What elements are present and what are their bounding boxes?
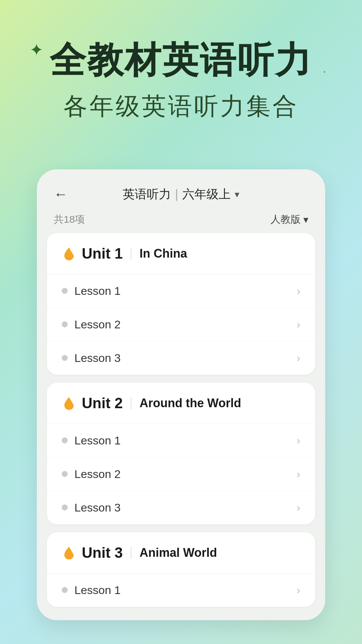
chevron-right-icon: ›: [297, 501, 300, 514]
chevron-right-icon: ›: [297, 434, 300, 447]
phone-container: ← 英语听力 | 六年级上 ▾ 共18项 人教版 ▾ Unit 1In Chin…: [37, 169, 325, 620]
edition-label: 人教版: [270, 213, 301, 226]
unit-name: In China: [139, 247, 187, 261]
lessons-list-unit3: Lesson 1›: [47, 573, 315, 607]
chevron-right-icon: ›: [297, 584, 300, 596]
lesson-left: Lesson 1: [62, 584, 121, 597]
lesson-item[interactable]: Lesson 1›: [47, 574, 315, 607]
lesson-name: Lesson 3: [74, 501, 121, 514]
lesson-left: Lesson 2: [62, 468, 121, 481]
lesson-name: Lesson 1: [74, 284, 121, 298]
phone-header: ← 英语听力 | 六年级上 ▾: [37, 169, 325, 209]
unit-number: Unit 3: [82, 544, 123, 561]
hero-section: ✦ 全教材英语听力 · 各年级英语听力集合: [0, 0, 362, 149]
lesson-item[interactable]: Lesson 3›: [47, 491, 315, 524]
chevron-right-icon: ›: [297, 285, 300, 297]
chevron-right-icon: ›: [297, 352, 300, 364]
unit-divider: [131, 547, 131, 559]
unit-card-unit1: Unit 1In ChinaLesson 1›Lesson 2›Lesson 3…: [47, 233, 315, 375]
lessons-list-unit1: Lesson 1›Lesson 2›Lesson 3›: [47, 274, 315, 375]
lesson-item[interactable]: Lesson 2›: [47, 458, 315, 491]
lesson-item[interactable]: Lesson 2›: [47, 308, 315, 341]
unit-icon: [62, 246, 76, 261]
lesson-dot-icon: [62, 437, 68, 443]
lesson-dot-icon: [62, 355, 68, 361]
grade-dropdown-icon[interactable]: ▾: [235, 189, 239, 200]
lesson-left: Lesson 1: [62, 434, 121, 447]
lesson-dot-icon: [62, 471, 68, 477]
header-separator: |: [175, 187, 178, 201]
edition-arrow-icon: ▾: [303, 214, 308, 225]
lesson-left: Lesson 1: [62, 284, 121, 298]
lesson-dot-icon: [62, 321, 68, 327]
unit-card-unit2: Unit 2Around the WorldLesson 1›Lesson 2›…: [47, 383, 315, 524]
lesson-name: Lesson 3: [74, 352, 121, 365]
chevron-right-icon: ›: [297, 318, 300, 331]
lesson-name: Lesson 2: [74, 318, 121, 331]
hero-subtitle: 各年级英语听力集合: [27, 90, 335, 122]
lesson-dot-icon: [62, 288, 68, 294]
lesson-name: Lesson 2: [74, 468, 121, 481]
lessons-list-unit2: Lesson 1›Lesson 2›Lesson 3›: [47, 424, 315, 524]
unit-number: Unit 1: [82, 245, 123, 262]
unit-number: Unit 2: [82, 395, 123, 412]
edition-selector[interactable]: 人教版 ▾: [270, 213, 308, 226]
unit-name: Animal World: [139, 546, 217, 560]
lesson-name: Lesson 1: [74, 584, 121, 597]
unit-card-unit3: Unit 3Animal WorldLesson 1›: [47, 532, 315, 607]
lesson-name: Lesson 1: [74, 434, 121, 447]
lesson-item[interactable]: Lesson 1›: [47, 274, 315, 308]
lesson-item[interactable]: Lesson 3›: [47, 341, 315, 375]
units-list: Unit 1In ChinaLesson 1›Lesson 2›Lesson 3…: [37, 233, 325, 607]
unit-divider: [131, 248, 131, 260]
unit-header-unit2[interactable]: Unit 2Around the World: [47, 383, 315, 424]
lesson-left: Lesson 3: [62, 352, 121, 365]
lesson-left: Lesson 2: [62, 318, 121, 331]
header-subject: 英语听力: [123, 186, 171, 203]
list-meta: 共18项 人教版 ▾: [37, 209, 325, 233]
lesson-item[interactable]: Lesson 1›: [47, 424, 315, 458]
list-count: 共18项: [54, 213, 85, 226]
chevron-right-icon: ›: [297, 468, 300, 480]
unit-name: Around the World: [139, 396, 241, 410]
hero-title: 全教材英语听力: [50, 40, 312, 80]
back-button[interactable]: ←: [54, 186, 68, 202]
unit-header-unit3[interactable]: Unit 3Animal World: [47, 532, 315, 573]
unit-icon: [62, 545, 76, 560]
unit-icon: [62, 396, 76, 411]
lesson-dot-icon: [62, 504, 68, 511]
unit-header-unit1[interactable]: Unit 1In China: [47, 233, 315, 274]
sparkle-right-icon: ·: [323, 65, 326, 77]
unit-divider: [131, 397, 131, 409]
header-title-group: 英语听力 | 六年级上 ▾: [123, 186, 239, 203]
lesson-left: Lesson 3: [62, 501, 121, 514]
header-grade: 六年级上: [182, 186, 231, 203]
lesson-dot-icon: [62, 587, 68, 593]
sparkle-left-icon: ✦: [29, 40, 44, 60]
